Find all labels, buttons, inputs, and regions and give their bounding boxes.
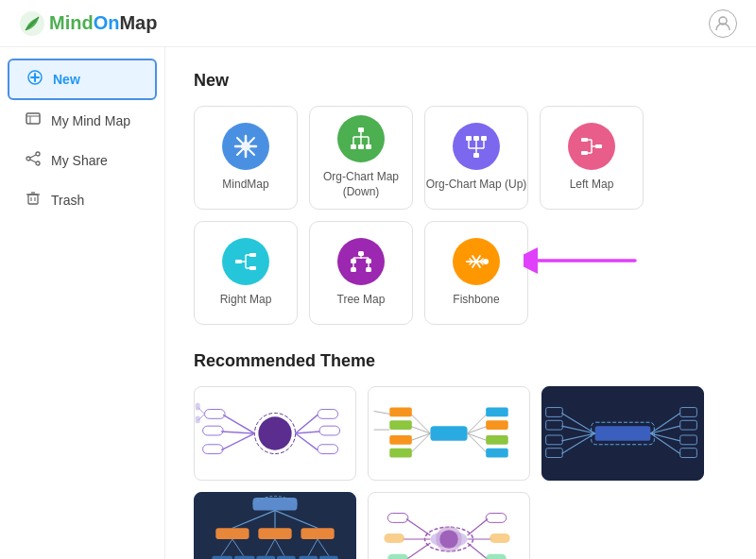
svg-line-140	[232, 511, 275, 529]
svg-rect-118	[486, 449, 508, 458]
arrow-annotation	[524, 247, 637, 274]
svg-line-103	[410, 413, 431, 433]
org-down-label: Org-Chart Map (Down)	[323, 170, 399, 199]
svg-line-90	[221, 433, 254, 450]
sidebar-item-my-mind-map[interactable]: My Mind Map	[8, 102, 157, 140]
svg-rect-152	[256, 556, 275, 559]
svg-rect-29	[358, 144, 364, 149]
fishbone-label: Fishbone	[453, 293, 499, 308]
new-icon	[26, 70, 43, 89]
main-layout: New My Mind Map	[0, 47, 756, 559]
sidebar-my-mind-map-label: My Mind Map	[51, 113, 130, 128]
main-content: New MindM	[165, 47, 756, 559]
svg-line-25	[237, 150, 242, 155]
svg-line-129	[561, 433, 594, 454]
svg-rect-46	[581, 138, 588, 142]
new-section-title: New	[194, 71, 728, 91]
svg-rect-87	[205, 410, 226, 419]
svg-point-173	[439, 530, 458, 549]
svg-rect-62	[351, 267, 356, 272]
theme-preview-1	[195, 387, 355, 480]
svg-line-88	[221, 432, 254, 433]
svg-rect-130	[546, 449, 563, 458]
map-card-fishbone[interactable]: Fishbone	[424, 221, 528, 325]
svg-line-111	[468, 413, 489, 433]
map-card-tree-map[interactable]: Tree Map	[309, 221, 413, 325]
svg-rect-124	[546, 408, 563, 417]
svg-rect-169	[490, 534, 510, 543]
svg-rect-36	[473, 153, 479, 158]
svg-rect-95	[319, 426, 340, 435]
svg-rect-27	[358, 127, 364, 132]
svg-rect-97	[318, 445, 338, 454]
theme-card-5[interactable]	[368, 492, 530, 559]
svg-line-147	[232, 539, 244, 556]
svg-line-117	[468, 433, 489, 454]
map-card-org-down[interactable]: Org-Chart Map (Down)	[309, 106, 413, 210]
svg-rect-91	[203, 445, 224, 454]
theme-card-3[interactable]	[541, 386, 704, 481]
svg-rect-93	[318, 410, 338, 419]
svg-rect-132	[680, 408, 697, 417]
svg-rect-157	[319, 556, 338, 559]
svg-rect-143	[215, 528, 249, 539]
svg-rect-116	[486, 435, 508, 445]
sidebar-item-new[interactable]: New	[8, 59, 157, 100]
svg-line-26	[249, 150, 254, 155]
svg-rect-61	[366, 259, 371, 263]
svg-rect-121	[595, 426, 651, 441]
svg-rect-138	[680, 449, 697, 458]
theme-preview-3	[542, 387, 703, 480]
sidebar-item-trash[interactable]: Trash	[8, 181, 157, 219]
svg-line-109	[410, 433, 431, 454]
svg-rect-153	[277, 556, 296, 559]
svg-rect-139	[252, 498, 297, 511]
map-card-left-map[interactable]: Left Map	[540, 106, 644, 210]
theme-card-1[interactable]	[194, 386, 356, 481]
logo-text: MindOnMap	[49, 12, 157, 34]
svg-point-81	[483, 259, 489, 264]
svg-point-8	[36, 152, 40, 156]
svg-point-10	[36, 161, 40, 165]
user-avatar-icon[interactable]	[709, 9, 737, 38]
tree-map-icon	[337, 238, 385, 285]
svg-rect-54	[249, 266, 256, 270]
svg-line-119	[374, 411, 390, 414]
svg-line-94	[296, 432, 319, 433]
svg-line-155	[318, 539, 329, 556]
recommended-section-title: Recommended Theme	[194, 351, 728, 371]
svg-rect-112	[486, 408, 508, 417]
org-up-label: Org-Chart Map (Up)	[426, 178, 527, 193]
svg-line-164	[406, 543, 430, 559]
svg-rect-161	[387, 514, 408, 523]
tree-map-label: Tree Map	[337, 293, 386, 308]
svg-rect-163	[384, 534, 404, 543]
sidebar-item-my-share[interactable]: My Share	[8, 142, 157, 179]
map-card-org-up[interactable]: Org-Chart Map (Up)	[424, 106, 528, 210]
svg-rect-30	[366, 144, 371, 149]
sidebar-my-share-label: My Share	[51, 153, 108, 168]
theme-card-4[interactable]	[194, 492, 356, 559]
right-map-icon	[222, 238, 269, 285]
trash-icon	[25, 191, 42, 210]
svg-rect-38	[473, 136, 479, 141]
theme-preview-4	[195, 493, 355, 559]
svg-rect-136	[680, 435, 697, 445]
map-card-right-map[interactable]: Right Map	[194, 221, 298, 325]
svg-rect-149	[234, 556, 255, 559]
left-map-label: Left Map	[570, 178, 614, 193]
svg-rect-102	[430, 426, 467, 441]
svg-rect-114	[486, 420, 508, 430]
svg-rect-37	[466, 136, 472, 141]
map-card-mindmap[interactable]: MindMap	[194, 106, 298, 210]
theme-card-2[interactable]	[368, 386, 530, 481]
svg-rect-53	[249, 253, 256, 257]
svg-rect-39	[481, 136, 487, 141]
svg-line-11	[30, 155, 36, 158]
svg-line-146	[221, 539, 232, 556]
svg-rect-134	[680, 420, 697, 430]
svg-line-142	[275, 511, 318, 529]
svg-rect-104	[389, 408, 412, 417]
left-map-icon	[568, 123, 615, 170]
svg-rect-156	[299, 556, 318, 559]
